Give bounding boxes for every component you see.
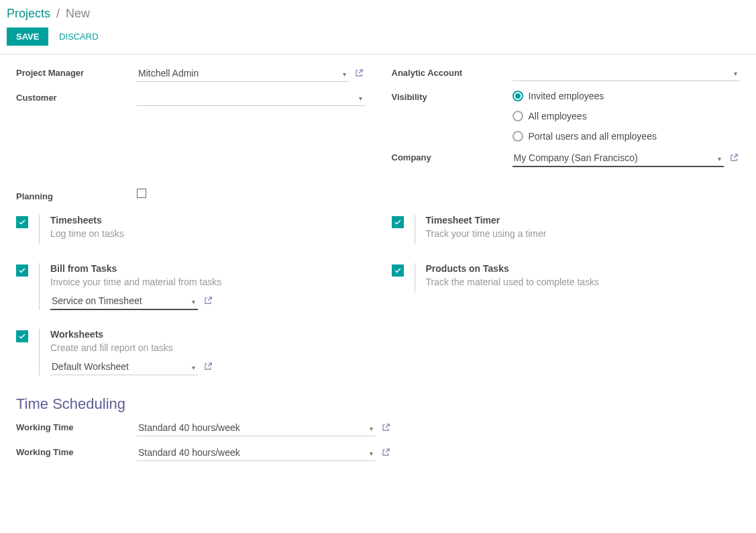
- action-bar: SAVE DISCARD: [0, 25, 756, 54]
- breadcrumb: Projects / New: [0, 0, 756, 25]
- worksheets-checkbox[interactable]: [16, 330, 28, 342]
- setting-title: Products on Tasks: [426, 263, 741, 274]
- project-manager-label: Project Manager: [16, 65, 137, 78]
- working-time-input-1[interactable]: Standard 40 hours/week: [137, 420, 376, 436]
- radio-icon: [512, 91, 523, 101]
- breadcrumb-separator: /: [56, 7, 60, 20]
- project-manager-input[interactable]: Mitchell Admin: [137, 65, 349, 82]
- external-link-icon[interactable]: [381, 423, 392, 434]
- worksheets-template-input[interactable]: Default Worksheet: [50, 358, 198, 375]
- planning-checkbox[interactable]: [137, 189, 146, 198]
- company-input[interactable]: My Company (San Francisco): [512, 150, 724, 167]
- products-on-tasks-checkbox[interactable]: [392, 264, 404, 277]
- visibility-option-label: Invited employees: [529, 91, 604, 101]
- breadcrumb-current: New: [66, 7, 90, 20]
- planning-label: Planning: [16, 189, 137, 201]
- setting-timesheets: Timesheets Log time on tasks: [16, 215, 365, 244]
- radio-icon: [512, 111, 523, 122]
- timesheets-checkbox[interactable]: [16, 216, 28, 228]
- breadcrumb-root[interactable]: Projects: [7, 7, 50, 20]
- setting-worksheets: Worksheets Create and fill report on tas…: [16, 329, 365, 375]
- customer-input[interactable]: [137, 90, 365, 106]
- visibility-option-all[interactable]: All employees: [512, 111, 657, 122]
- time-scheduling-heading: Time Scheduling: [16, 395, 740, 413]
- setting-title: Timesheets: [50, 215, 365, 226]
- visibility-option-label: All employees: [529, 111, 587, 122]
- working-time-label-1: Working Time: [16, 420, 137, 432]
- analytic-account-input[interactable]: [512, 65, 741, 81]
- setting-desc: Track the material used to complete task…: [426, 277, 741, 287]
- company-label: Company: [392, 150, 512, 162]
- save-button[interactable]: SAVE: [7, 28, 48, 46]
- analytic-account-label: Analytic Account: [392, 65, 512, 78]
- setting-desc: Log time on tasks: [50, 228, 365, 239]
- working-time-input-2[interactable]: Standard 40 hours/week: [137, 444, 376, 461]
- external-link-icon[interactable]: [729, 153, 740, 164]
- external-link-icon[interactable]: [203, 362, 214, 373]
- discard-button[interactable]: DISCARD: [51, 28, 107, 46]
- external-link-icon[interactable]: [354, 68, 365, 79]
- external-link-icon[interactable]: [381, 448, 392, 458]
- external-link-icon[interactable]: [203, 296, 214, 307]
- working-time-label-2: Working Time: [16, 444, 137, 457]
- bill-from-tasks-service-input[interactable]: Service on Timesheet: [50, 293, 198, 310]
- setting-desc: Track your time using a timer: [426, 228, 741, 239]
- setting-products-on-tasks: Products on Tasks Track the material use…: [392, 263, 741, 293]
- visibility-option-portal[interactable]: Portal users and all employees: [512, 131, 657, 142]
- form-sheet: Project Manager Mitchell Admin ▾ Custome…: [0, 54, 756, 485]
- setting-title: Bill from Tasks: [50, 263, 365, 274]
- bill-from-tasks-checkbox[interactable]: [16, 264, 28, 277]
- setting-timesheet-timer: Timesheet Timer Track your time using a …: [392, 215, 741, 244]
- radio-icon: [512, 131, 523, 142]
- setting-title: Worksheets: [50, 329, 365, 340]
- visibility-option-invited[interactable]: Invited employees: [512, 91, 657, 101]
- setting-desc: Create and fill report on tasks: [50, 342, 365, 353]
- setting-title: Timesheet Timer: [426, 215, 741, 226]
- timesheet-timer-checkbox[interactable]: [392, 216, 404, 228]
- visibility-label: Visibility: [392, 89, 512, 102]
- setting-bill-from-tasks: Bill from Tasks Invoice your time and ma…: [16, 263, 365, 310]
- setting-desc: Invoice your time and material from task…: [50, 277, 365, 287]
- visibility-radio-group: Invited employees All employees Portal u…: [512, 89, 657, 142]
- visibility-option-label: Portal users and all employees: [529, 131, 657, 142]
- customer-label: Customer: [16, 90, 137, 103]
